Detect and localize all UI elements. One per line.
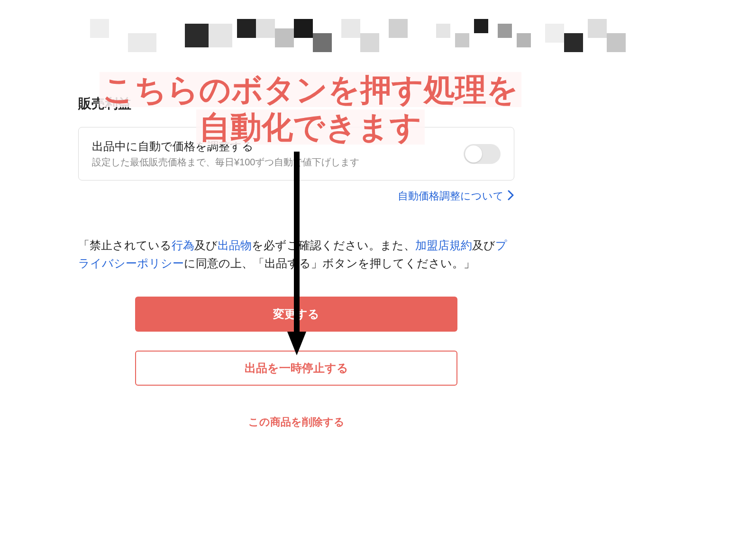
terms-link-koui[interactable]: 行為 — [172, 239, 194, 252]
delete-product-button[interactable]: この商品を削除する — [135, 405, 457, 440]
section-sales-profit: 販売利益 — [78, 95, 514, 113]
main-content: 販売利益 出品中に自動で価格を調整する 設定した最低販売価格まで、毎日¥100ず… — [78, 66, 514, 440]
terms-text: 及び — [472, 239, 495, 252]
terms-paragraph: 「禁止されている行為及び出品物を必ずご確認ください。また、加盟店規約及びプライバ… — [78, 236, 514, 273]
pause-listing-button[interactable]: 出品を一時停止する — [135, 351, 457, 386]
page-root: 販売利益 出品中に自動で価格を調整する 設定した最低販売価格まで、毎日¥100ず… — [0, 0, 748, 560]
auto-price-help-link-row: 自動価格調整について — [78, 189, 514, 203]
censored-pixel-header — [71, 19, 677, 66]
change-button[interactable]: 変更する — [135, 297, 457, 332]
terms-link-kameiten[interactable]: 加盟店規約 — [415, 239, 472, 252]
auto-price-adjust-subtitle: 設定した最低販売価格まで、毎日¥100ずつ自動で値下げします — [92, 156, 454, 169]
terms-text: 及び — [194, 239, 218, 252]
toggle-knob — [465, 145, 482, 163]
terms-text: に同意の上、「出品する」ボタンを押してください。」 — [184, 257, 475, 270]
auto-price-adjust-text: 出品中に自動で価格を調整する 設定した最低販売価格まで、毎日¥100ずつ自動で値… — [92, 139, 454, 169]
terms-text: を必ずご確認ください。また、 — [252, 239, 415, 252]
terms-link-shuppinbutsu[interactable]: 出品物 — [218, 239, 252, 252]
auto-price-adjust-title: 出品中に自動で価格を調整する — [92, 139, 454, 154]
terms-text: 「禁止されている — [78, 239, 172, 252]
auto-price-adjust-card: 出品中に自動で価格を調整する 設定した最低販売価格まで、毎日¥100ずつ自動で値… — [78, 127, 514, 181]
auto-price-help-link[interactable]: 自動価格調整について — [398, 189, 504, 203]
chevron-right-icon — [508, 190, 514, 202]
auto-price-adjust-toggle[interactable] — [464, 144, 501, 164]
